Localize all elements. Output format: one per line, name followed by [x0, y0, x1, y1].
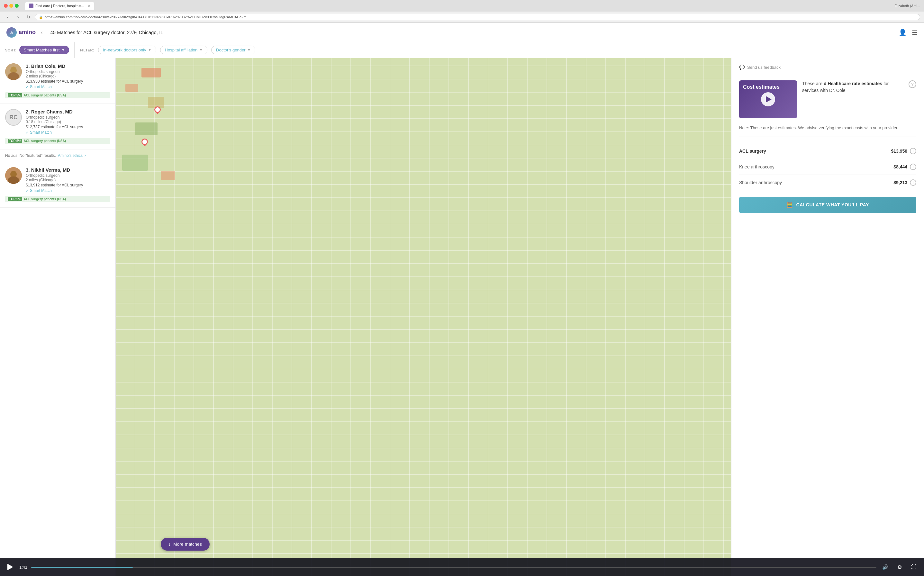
fullscreen-window-btn[interactable] — [15, 4, 19, 8]
filter-bar: SORT: Smart Matches first ▼ FILTER: In-n… — [0, 42, 924, 58]
calculate-button[interactable]: 🧮 CALCULATE WHAT YOU'LL PAY — [739, 197, 916, 213]
ethics-link[interactable]: Amino's ethics — [58, 153, 83, 158]
filter-section: FILTER: In-network doctors only ▼ Hospit… — [75, 42, 260, 58]
top-badge: TOP 5% ACL surgery patients (USA) — [5, 138, 110, 144]
close-window-btn[interactable] — [4, 4, 8, 8]
video-progress-fill — [31, 567, 133, 568]
address-bar[interactable]: 🔒 https://amino.com/find-care/doctor/res… — [35, 14, 920, 20]
cost-amount: $8,444 — [894, 164, 907, 170]
feedback-link[interactable]: Send us feedback — [747, 65, 781, 70]
browser-toolbar: ‹ › ↻ 🔒 https://amino.com/find-care/doct… — [0, 11, 924, 22]
avatar-image — [5, 63, 22, 80]
page-title: 45 Matches for ACL surgery doctor, 27/F,… — [50, 30, 894, 35]
hospital-chevron-icon: ▼ — [199, 48, 203, 52]
top-percent-label: TOP 5% — [8, 197, 22, 201]
top-badge-detail: ACL surgery patients (USA) — [24, 139, 66, 143]
top-percent-label: TOP 5% — [8, 139, 22, 143]
minimize-window-btn[interactable] — [9, 4, 13, 8]
browser-chrome: Find care | Doctors, hospitals... ✕ Eliz… — [0, 0, 924, 23]
filter-network-pill[interactable]: In-network doctors only ▼ — [98, 46, 156, 54]
sort-chevron-icon: ▼ — [61, 48, 65, 52]
filter-hospital-pill[interactable]: Hospital affiliation ▼ — [160, 46, 208, 54]
cost-name: ACL surgery — [739, 149, 766, 154]
header-right-actions: 👤 ☰ — [898, 29, 918, 36]
browser-titlebar: Find care | Doctors, hospitals... ✕ Eliz… — [0, 0, 924, 11]
address-text: https://amino.com/find-care/doctor/resul… — [45, 15, 250, 19]
avatar: RC — [5, 109, 22, 126]
tab-favicon-icon — [29, 3, 34, 8]
video-label: Cost estimates — [743, 84, 780, 90]
ethics-arrow-icon: › — [85, 153, 86, 158]
info-icon[interactable]: i — [910, 179, 916, 186]
tab-close-icon[interactable]: ✕ — [88, 4, 90, 8]
video-timestamp: 1:41 — [19, 565, 27, 570]
avatar-image — [5, 167, 22, 184]
filter-label: FILTER: — [80, 48, 94, 52]
download-icon: ↓ — [168, 542, 171, 547]
top-badge: TOP 5% ACL surgery patients (USA) — [5, 92, 110, 98]
amino-logo[interactable]: a amino — [6, 27, 36, 38]
cost-note: Note: These are just estimates. We advis… — [739, 125, 916, 137]
doctor-card[interactable]: RC 2. Roger Chams, MD Orthopedic surgeon… — [0, 104, 115, 149]
cost-right: $9,213 i — [894, 179, 916, 186]
filter-hospital-label: Hospital affiliation — [165, 48, 198, 53]
doctor-name: 1. Brian Cole, MD — [26, 63, 110, 69]
doctor-row: RC 2. Roger Chams, MD Orthopedic surgeon… — [5, 109, 110, 135]
main-layout: 1. Brian Cole, MD Orthopedic surgeon 2 m… — [0, 58, 924, 576]
traffic-lights — [4, 4, 19, 8]
video-description: These are d Healthcare rate estimates fo… — [802, 80, 916, 94]
checkmark-icon: ✓ — [26, 189, 29, 193]
cost-item: Knee arthroscopy $8,444 i — [739, 159, 916, 175]
back-button[interactable]: ‹ — [4, 13, 11, 21]
map-background — [116, 58, 731, 576]
doctor-row: 1. Brian Cole, MD Orthopedic surgeon 2 m… — [5, 63, 110, 89]
video-controls-bar: 1:41 🔊 ⚙ ⛶ — [0, 558, 924, 576]
profile-name: Elizabeth (Ami... — [894, 4, 920, 8]
video-play-button[interactable] — [5, 562, 16, 572]
no-ads-banner: No ads. No "featured" results. Amino's e… — [0, 149, 115, 162]
menu-icon[interactable]: ☰ — [912, 29, 918, 36]
volume-button[interactable]: 🔊 — [880, 562, 890, 572]
doctor-specialty: Orthopedic surgeon — [26, 115, 110, 120]
doctor-estimate: $13,912 estimate for ACL surgery — [26, 183, 110, 187]
map-park — [135, 122, 157, 135]
video-progress-bar[interactable] — [31, 567, 876, 568]
doctor-card[interactable]: 3. Nikhil Verma, MD Orthopedic surgeon 2… — [0, 162, 115, 208]
header-back-button[interactable]: ‹ — [41, 30, 42, 35]
top-badge-detail: ACL surgery patients (USA) — [24, 94, 66, 97]
info-icon[interactable]: i — [910, 163, 916, 170]
doctor-card[interactable]: 1. Brian Cole, MD Orthopedic surgeon 2 m… — [0, 58, 115, 104]
avatar — [5, 63, 22, 80]
refresh-button[interactable]: ↻ — [24, 13, 32, 21]
play-triangle-icon — [766, 96, 772, 102]
cost-item: ACL surgery $13,950 i — [739, 143, 916, 159]
fullscreen-button[interactable]: ⛶ — [908, 562, 919, 572]
sort-label: SORT: — [5, 48, 17, 52]
more-matches-button[interactable]: ↓ More matches — [161, 538, 210, 550]
settings-button[interactable]: ⚙ — [894, 562, 905, 572]
doctor-estimate: $13,950 estimate for ACL surgery — [26, 79, 110, 83]
sort-value: Smart Matches first — [24, 48, 60, 53]
sort-section: SORT: Smart Matches first ▼ — [0, 42, 75, 58]
browser-tab[interactable]: Find care | Doctors, hospitals... ✕ — [25, 2, 94, 10]
user-icon[interactable]: 👤 — [898, 29, 906, 36]
doctor-location: 2 miles (Chicago) — [26, 74, 110, 78]
sort-dropdown[interactable]: Smart Matches first ▼ — [19, 46, 69, 54]
map-building — [161, 171, 175, 180]
info-icon[interactable]: i — [910, 148, 916, 154]
filter-gender-pill[interactable]: Doctor's gender ▼ — [211, 46, 255, 54]
filter-network-label: In-network doctors only — [103, 48, 146, 53]
play-button[interactable] — [761, 92, 775, 106]
calculator-icon: 🧮 — [786, 202, 793, 208]
help-icon[interactable]: ? — [908, 80, 916, 88]
calculate-button-label: CALCULATE WHAT YOU'LL PAY — [796, 202, 869, 207]
amino-logo-text: amino — [19, 29, 36, 36]
checkmark-icon: ✓ — [26, 131, 29, 135]
network-chevron-icon: ▼ — [148, 48, 151, 52]
doctor-info: 3. Nikhil Verma, MD Orthopedic surgeon 2… — [26, 167, 110, 193]
doctor-row: 3. Nikhil Verma, MD Orthopedic surgeon 2… — [5, 167, 110, 193]
video-thumbnail[interactable]: Cost estimates — [739, 80, 797, 118]
forward-button[interactable]: › — [14, 13, 22, 21]
top-badge: TOP 5% ACL surgery patients (USA) — [5, 196, 110, 202]
doctor-info: 1. Brian Cole, MD Orthopedic surgeon 2 m… — [26, 63, 110, 89]
